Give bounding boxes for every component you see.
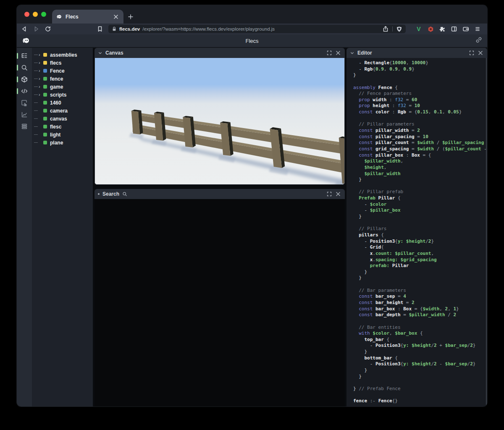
close-window-button[interactable] — [24, 12, 29, 17]
code-line: fence :- Fence{} — [353, 398, 487, 404]
code-line: const pillar_width = 2 — [353, 128, 487, 134]
reload-icon[interactable] — [45, 26, 51, 32]
code-line — [353, 220, 487, 226]
shield-extension-icon[interactable] — [427, 25, 434, 33]
rail-layers-icon[interactable] — [17, 122, 32, 131]
tree-item-flesc[interactable]: flesc — [32, 123, 93, 131]
editor-scrollbar[interactable] — [486, 58, 487, 406]
editor-panel-title: Editor — [357, 50, 372, 56]
sidebar-toggle-icon[interactable] — [450, 25, 458, 33]
canvas-panel-title: Canvas — [105, 50, 123, 56]
canvas-3d-view[interactable] — [94, 58, 345, 185]
tree-item-plane[interactable]: plane — [32, 139, 93, 147]
tree-item-camera[interactable]: camera — [32, 107, 93, 115]
tree-item-flecs[interactable]: ›flecs — [32, 59, 93, 67]
rail-code-icon[interactable] — [17, 87, 32, 96]
close-icon[interactable] — [335, 191, 341, 197]
code-line: } — [353, 72, 487, 79]
icon-rail — [17, 48, 32, 406]
tree-item-Fence[interactable]: ›Fence — [32, 67, 93, 75]
code-line: const pillar_box : Box = { — [353, 152, 487, 159]
browser-tab[interactable]: Flecs — [52, 10, 123, 24]
tab-strip: Flecs — [17, 5, 487, 24]
code-line: // Pillar prefab — [353, 189, 487, 195]
code-line — [353, 183, 487, 189]
back-icon[interactable] — [21, 26, 28, 32]
code-line: $pillar_width — [353, 171, 487, 177]
code-line — [353, 380, 487, 386]
code-line: const bar_sep = 4 — [353, 294, 487, 300]
code-line: - Rectangle{10000, 10000} — [353, 60, 487, 66]
main-content: ›assemblies›flecs›Fence›fence›game›scrip… — [17, 48, 487, 406]
rail-chart-icon[interactable] — [17, 110, 32, 119]
code-line: x.spacing: $grid_spacing — [353, 257, 487, 263]
search-panel-title: Search — [102, 191, 119, 197]
new-tab-button[interactable] — [123, 10, 138, 24]
app-header: Flecs — [17, 34, 487, 48]
url-bar[interactable]: flecs.dev /explorer/?wasm=https://www.fl… — [108, 25, 406, 33]
code-line: prop width : f32 = 60 — [353, 97, 487, 103]
tree-item-game[interactable]: ›game — [32, 83, 93, 91]
close-icon[interactable] — [335, 50, 341, 56]
code-line: } — [353, 349, 487, 355]
code-line — [353, 79, 487, 85]
code-line: x.count: $pillar_count, — [353, 251, 487, 257]
code-line: } — [353, 374, 487, 380]
browser-window: Flecs flecs.dev /explorer/?wasm=https://… — [17, 5, 487, 406]
entity-tree: ›assemblies›flecs›Fence›fence›game›scrip… — [32, 48, 93, 406]
tree-item-1460[interactable]: 1460 — [32, 99, 93, 107]
tree-item-light[interactable]: light — [32, 131, 93, 139]
rail-tree-view-icon[interactable] — [17, 51, 32, 60]
code-line: } — [353, 269, 487, 275]
chevron-down-icon[interactable] — [98, 51, 102, 55]
tree-item-fence[interactable]: ›fence — [32, 75, 93, 83]
entity-kind-swatch — [43, 117, 47, 121]
search-panel: Search — [94, 189, 345, 406]
puzzle-icon[interactable] — [438, 25, 446, 33]
share-icon[interactable] — [382, 26, 389, 32]
fullscreen-icon[interactable] — [327, 191, 332, 197]
browser-actions: V — [411, 25, 483, 33]
brave-shield-icon[interactable] — [396, 26, 402, 32]
code-line: const grid_spacing = $width / ($pillar_c… — [353, 146, 487, 152]
rail-search-icon[interactable] — [17, 63, 32, 72]
code-line: - Rgb{0.9, 0.9, 0.9} — [353, 66, 487, 73]
code-line: // Bar entities — [353, 325, 487, 331]
close-icon[interactable] — [477, 50, 484, 56]
rail-inspect-icon[interactable] — [17, 98, 32, 108]
rail-cube-icon[interactable] — [17, 75, 32, 84]
minimize-window-button[interactable] — [33, 12, 38, 17]
code-line — [353, 392, 487, 399]
nav-bar: flecs.dev /explorer/?wasm=https://www.fl… — [17, 24, 487, 34]
maximize-window-button[interactable] — [41, 12, 46, 17]
tree-item-scripts[interactable]: ›scripts — [32, 91, 93, 99]
bookmark-icon[interactable] — [97, 26, 103, 32]
fullscreen-icon[interactable] — [327, 50, 332, 55]
code-line: prop height : f32 = 10 — [353, 103, 487, 109]
tab-close-icon[interactable] — [113, 13, 119, 20]
editor-panel-header[interactable]: Editor — [346, 48, 487, 58]
code-line: - Position3{y: $height/2 + $bar_sep/2} — [353, 343, 487, 349]
v-extension-icon[interactable]: V — [415, 25, 423, 33]
tree-item-assemblies[interactable]: ›assemblies — [32, 51, 93, 59]
entity-kind-swatch — [43, 133, 47, 136]
chevron-down-icon[interactable] — [350, 51, 354, 55]
link-icon[interactable] — [475, 37, 482, 45]
search-panel-header[interactable]: Search — [94, 189, 345, 199]
forward-icon[interactable] — [33, 26, 39, 32]
entity-kind-swatch — [43, 77, 47, 81]
tree-item-canvas[interactable]: canvas — [32, 115, 93, 123]
wallet-icon[interactable] — [462, 25, 470, 33]
canvas-panel-header[interactable]: Canvas — [94, 48, 345, 58]
code-line — [353, 281, 487, 288]
code-line: - Position3{y: $height/2 - $bar_sep/2} — [353, 361, 487, 367]
panel-dot-icon — [98, 193, 100, 195]
entity-kind-swatch — [43, 93, 47, 97]
code-line: - $color — [353, 202, 487, 208]
code-editor[interactable]: - Rectangle{10000, 10000} - Rgb{0.9, 0.9… — [346, 58, 487, 406]
search-icon — [122, 191, 127, 197]
entity-kind-swatch — [43, 69, 47, 73]
code-line: $pillar_width, — [353, 158, 487, 165]
fullscreen-icon[interactable] — [469, 50, 474, 55]
menu-icon[interactable] — [474, 25, 481, 33]
